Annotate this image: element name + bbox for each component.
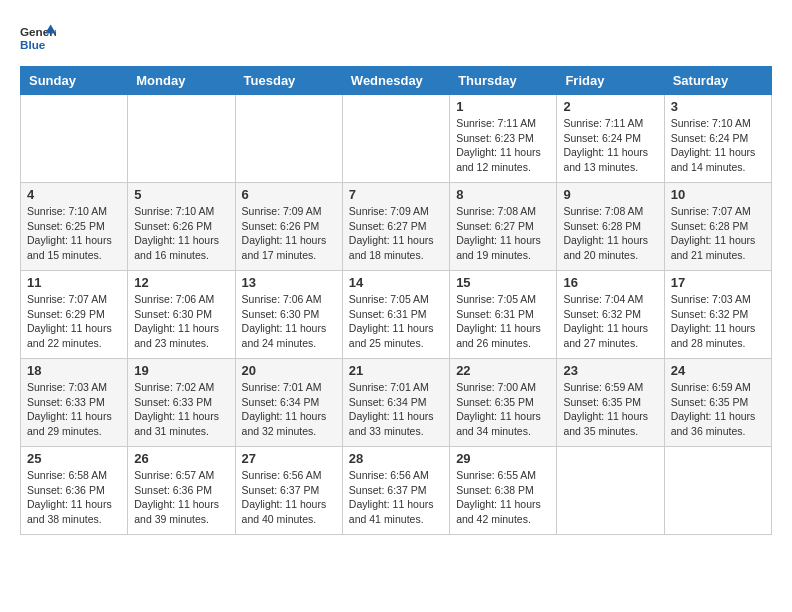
day-info: Sunrise: 7:09 AM Sunset: 6:26 PM Dayligh… (242, 204, 336, 263)
calendar-cell (342, 95, 449, 183)
calendar-cell: 4Sunrise: 7:10 AM Sunset: 6:25 PM Daylig… (21, 183, 128, 271)
day-number: 23 (563, 363, 657, 378)
day-info: Sunrise: 6:57 AM Sunset: 6:36 PM Dayligh… (134, 468, 228, 527)
col-tuesday: Tuesday (235, 67, 342, 95)
col-monday: Monday (128, 67, 235, 95)
calendar-body: 1Sunrise: 7:11 AM Sunset: 6:23 PM Daylig… (21, 95, 772, 535)
day-info: Sunrise: 7:03 AM Sunset: 6:32 PM Dayligh… (671, 292, 765, 351)
day-info: Sunrise: 7:03 AM Sunset: 6:33 PM Dayligh… (27, 380, 121, 439)
calendar-cell: 17Sunrise: 7:03 AM Sunset: 6:32 PM Dayli… (664, 271, 771, 359)
col-sunday: Sunday (21, 67, 128, 95)
calendar-cell: 13Sunrise: 7:06 AM Sunset: 6:30 PM Dayli… (235, 271, 342, 359)
day-number: 16 (563, 275, 657, 290)
calendar-cell: 23Sunrise: 6:59 AM Sunset: 6:35 PM Dayli… (557, 359, 664, 447)
calendar-cell: 16Sunrise: 7:04 AM Sunset: 6:32 PM Dayli… (557, 271, 664, 359)
day-info: Sunrise: 7:11 AM Sunset: 6:23 PM Dayligh… (456, 116, 550, 175)
day-number: 2 (563, 99, 657, 114)
day-number: 8 (456, 187, 550, 202)
day-number: 29 (456, 451, 550, 466)
calendar-cell: 29Sunrise: 6:55 AM Sunset: 6:38 PM Dayli… (450, 447, 557, 535)
calendar-cell: 15Sunrise: 7:05 AM Sunset: 6:31 PM Dayli… (450, 271, 557, 359)
calendar-week-5: 25Sunrise: 6:58 AM Sunset: 6:36 PM Dayli… (21, 447, 772, 535)
calendar-cell: 7Sunrise: 7:09 AM Sunset: 6:27 PM Daylig… (342, 183, 449, 271)
day-number: 14 (349, 275, 443, 290)
logo-icon: General Blue (20, 20, 56, 56)
calendar-cell (664, 447, 771, 535)
calendar-cell: 28Sunrise: 6:56 AM Sunset: 6:37 PM Dayli… (342, 447, 449, 535)
day-info: Sunrise: 7:11 AM Sunset: 6:24 PM Dayligh… (563, 116, 657, 175)
day-number: 21 (349, 363, 443, 378)
calendar-cell: 26Sunrise: 6:57 AM Sunset: 6:36 PM Dayli… (128, 447, 235, 535)
calendar-cell: 18Sunrise: 7:03 AM Sunset: 6:33 PM Dayli… (21, 359, 128, 447)
day-info: Sunrise: 7:01 AM Sunset: 6:34 PM Dayligh… (349, 380, 443, 439)
day-info: Sunrise: 7:05 AM Sunset: 6:31 PM Dayligh… (349, 292, 443, 351)
calendar-cell (557, 447, 664, 535)
day-info: Sunrise: 7:01 AM Sunset: 6:34 PM Dayligh… (242, 380, 336, 439)
day-info: Sunrise: 7:10 AM Sunset: 6:25 PM Dayligh… (27, 204, 121, 263)
calendar-cell: 11Sunrise: 7:07 AM Sunset: 6:29 PM Dayli… (21, 271, 128, 359)
day-number: 12 (134, 275, 228, 290)
day-info: Sunrise: 7:06 AM Sunset: 6:30 PM Dayligh… (242, 292, 336, 351)
day-info: Sunrise: 6:56 AM Sunset: 6:37 PM Dayligh… (349, 468, 443, 527)
calendar-cell (128, 95, 235, 183)
calendar-cell: 20Sunrise: 7:01 AM Sunset: 6:34 PM Dayli… (235, 359, 342, 447)
day-number: 9 (563, 187, 657, 202)
calendar-cell: 19Sunrise: 7:02 AM Sunset: 6:33 PM Dayli… (128, 359, 235, 447)
col-thursday: Thursday (450, 67, 557, 95)
calendar-cell (235, 95, 342, 183)
calendar-cell: 27Sunrise: 6:56 AM Sunset: 6:37 PM Dayli… (235, 447, 342, 535)
day-number: 26 (134, 451, 228, 466)
day-number: 27 (242, 451, 336, 466)
calendar-cell: 24Sunrise: 6:59 AM Sunset: 6:35 PM Dayli… (664, 359, 771, 447)
day-info: Sunrise: 7:09 AM Sunset: 6:27 PM Dayligh… (349, 204, 443, 263)
day-info: Sunrise: 7:10 AM Sunset: 6:26 PM Dayligh… (134, 204, 228, 263)
day-number: 13 (242, 275, 336, 290)
calendar-cell: 8Sunrise: 7:08 AM Sunset: 6:27 PM Daylig… (450, 183, 557, 271)
day-number: 4 (27, 187, 121, 202)
day-number: 15 (456, 275, 550, 290)
day-number: 25 (27, 451, 121, 466)
day-info: Sunrise: 6:58 AM Sunset: 6:36 PM Dayligh… (27, 468, 121, 527)
day-number: 1 (456, 99, 550, 114)
day-info: Sunrise: 7:08 AM Sunset: 6:27 PM Dayligh… (456, 204, 550, 263)
page-header: General Blue (20, 20, 772, 56)
day-number: 17 (671, 275, 765, 290)
day-info: Sunrise: 7:06 AM Sunset: 6:30 PM Dayligh… (134, 292, 228, 351)
calendar-week-3: 11Sunrise: 7:07 AM Sunset: 6:29 PM Dayli… (21, 271, 772, 359)
col-friday: Friday (557, 67, 664, 95)
day-number: 22 (456, 363, 550, 378)
day-number: 19 (134, 363, 228, 378)
calendar-week-1: 1Sunrise: 7:11 AM Sunset: 6:23 PM Daylig… (21, 95, 772, 183)
calendar-cell: 12Sunrise: 7:06 AM Sunset: 6:30 PM Dayli… (128, 271, 235, 359)
header-row: Sunday Monday Tuesday Wednesday Thursday… (21, 67, 772, 95)
calendar-cell: 14Sunrise: 7:05 AM Sunset: 6:31 PM Dayli… (342, 271, 449, 359)
calendar-cell: 3Sunrise: 7:10 AM Sunset: 6:24 PM Daylig… (664, 95, 771, 183)
calendar-week-2: 4Sunrise: 7:10 AM Sunset: 6:25 PM Daylig… (21, 183, 772, 271)
day-info: Sunrise: 7:07 AM Sunset: 6:29 PM Dayligh… (27, 292, 121, 351)
calendar-cell: 9Sunrise: 7:08 AM Sunset: 6:28 PM Daylig… (557, 183, 664, 271)
calendar-cell: 5Sunrise: 7:10 AM Sunset: 6:26 PM Daylig… (128, 183, 235, 271)
day-info: Sunrise: 7:07 AM Sunset: 6:28 PM Dayligh… (671, 204, 765, 263)
svg-text:Blue: Blue (20, 38, 46, 51)
day-number: 24 (671, 363, 765, 378)
calendar-cell (21, 95, 128, 183)
day-info: Sunrise: 6:59 AM Sunset: 6:35 PM Dayligh… (671, 380, 765, 439)
day-info: Sunrise: 7:10 AM Sunset: 6:24 PM Dayligh… (671, 116, 765, 175)
col-wednesday: Wednesday (342, 67, 449, 95)
day-info: Sunrise: 7:00 AM Sunset: 6:35 PM Dayligh… (456, 380, 550, 439)
calendar-cell: 1Sunrise: 7:11 AM Sunset: 6:23 PM Daylig… (450, 95, 557, 183)
day-number: 3 (671, 99, 765, 114)
calendar-table: Sunday Monday Tuesday Wednesday Thursday… (20, 66, 772, 535)
day-number: 11 (27, 275, 121, 290)
calendar-cell: 25Sunrise: 6:58 AM Sunset: 6:36 PM Dayli… (21, 447, 128, 535)
calendar-week-4: 18Sunrise: 7:03 AM Sunset: 6:33 PM Dayli… (21, 359, 772, 447)
day-info: Sunrise: 6:59 AM Sunset: 6:35 PM Dayligh… (563, 380, 657, 439)
day-info: Sunrise: 7:08 AM Sunset: 6:28 PM Dayligh… (563, 204, 657, 263)
day-info: Sunrise: 7:02 AM Sunset: 6:33 PM Dayligh… (134, 380, 228, 439)
day-info: Sunrise: 6:56 AM Sunset: 6:37 PM Dayligh… (242, 468, 336, 527)
day-number: 18 (27, 363, 121, 378)
day-info: Sunrise: 7:04 AM Sunset: 6:32 PM Dayligh… (563, 292, 657, 351)
calendar-cell: 21Sunrise: 7:01 AM Sunset: 6:34 PM Dayli… (342, 359, 449, 447)
day-number: 28 (349, 451, 443, 466)
day-number: 20 (242, 363, 336, 378)
